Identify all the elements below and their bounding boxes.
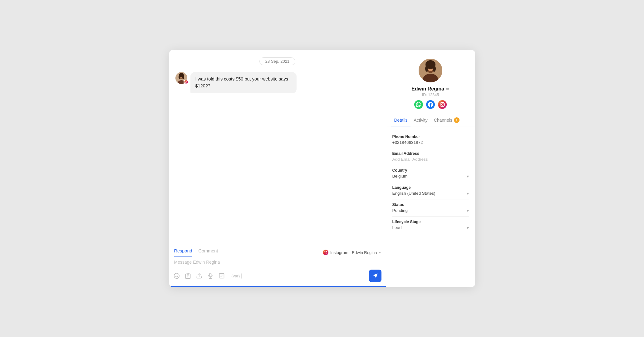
composer-toolbar: {var} [169, 268, 386, 286]
tab-channels[interactable]: Channels 1 [431, 115, 463, 126]
field-status: Status Pending ▾ [392, 199, 469, 217]
send-button[interactable] [369, 270, 381, 282]
instagram-channel-icon [323, 250, 328, 255]
tab-comment[interactable]: Comment [199, 248, 218, 256]
lifecycle-value: Lead [392, 225, 402, 230]
facebook-icon[interactable] [426, 100, 435, 109]
variable-icon[interactable]: {var} [230, 273, 242, 279]
email-value[interactable]: Add Email Address [392, 157, 469, 162]
date-badge: 28 Sep, 2021 [259, 57, 295, 65]
contact-avatar-small [175, 72, 187, 84]
composer-bottom-bar [169, 286, 386, 287]
microphone-icon[interactable] [207, 273, 214, 279]
note-icon[interactable] [219, 273, 225, 279]
svg-rect-16 [187, 273, 189, 274]
chat-composer: Respond Comment Instagram - Edwin Regina… [169, 245, 386, 287]
svg-rect-33 [440, 102, 444, 106]
language-chevron-icon: ▾ [467, 191, 469, 196]
contact-header: Edwin Regina ✏ ID: 12345 [386, 50, 475, 115]
country-chevron-icon: ▾ [467, 174, 469, 179]
field-country: Country Belgium ▾ [392, 165, 469, 182]
svg-point-12 [326, 252, 327, 252]
svg-marker-25 [373, 274, 377, 278]
instagram-contact-icon[interactable] [438, 100, 447, 109]
svg-point-32 [433, 66, 436, 72]
field-phone: Phone Number +321846631872 [392, 131, 469, 148]
field-lifecycle: Lifecycle Stage Lead ▾ [392, 217, 469, 233]
svg-point-13 [174, 273, 179, 279]
contact-panel: Edwin Regina ✏ ID: 12345 [386, 50, 475, 287]
status-select[interactable]: Pending ▾ [392, 208, 469, 213]
phone-label: Phone Number [392, 134, 469, 139]
contact-name: Edwin Regina [411, 86, 444, 92]
instagram-badge [184, 80, 189, 85]
tab-details[interactable]: Details [391, 115, 411, 126]
status-label: Status [392, 203, 469, 207]
lifecycle-label: Lifecycle Stage [392, 220, 469, 224]
svg-point-5 [179, 75, 180, 79]
contact-details: Phone Number +321846631872 Email Address… [386, 126, 475, 238]
country-label: Country [392, 168, 469, 173]
status-chevron-icon: ▾ [467, 208, 469, 213]
language-value: English (United States) [392, 191, 435, 196]
composer-tabs: Respond Comment Instagram - Edwin Regina… [169, 245, 386, 256]
svg-point-8 [185, 82, 186, 83]
tab-activity[interactable]: Activity [410, 115, 430, 126]
upload-icon[interactable] [196, 273, 202, 279]
country-select[interactable]: Belgium ▾ [392, 174, 469, 179]
language-label: Language [392, 185, 469, 190]
email-label: Email Address [392, 151, 469, 156]
contact-social-icons [414, 100, 447, 109]
chat-panel: 28 Sep, 2021 [169, 50, 386, 287]
svg-point-9 [186, 81, 187, 81]
channels-badge: 1 [454, 117, 460, 123]
svg-point-35 [443, 103, 444, 104]
message-row: I was told this costs $50 but your websi… [175, 72, 380, 93]
lifecycle-chevron-icon: ▾ [467, 225, 469, 230]
svg-point-34 [441, 104, 443, 105]
clipboard-icon[interactable] [185, 273, 191, 279]
tab-respond[interactable]: Respond [174, 248, 192, 256]
toolbar-icons: {var} [174, 273, 242, 279]
contact-avatar-large [419, 59, 442, 82]
status-value: Pending [392, 208, 408, 213]
field-language: Language English (United States) ▾ [392, 182, 469, 199]
phone-value[interactable]: +321846631872 [392, 140, 469, 145]
svg-point-6 [182, 75, 184, 79]
whatsapp-icon[interactable] [414, 100, 423, 109]
lifecycle-select[interactable]: Lead ▾ [392, 225, 469, 230]
edit-icon[interactable]: ✏ [446, 87, 450, 91]
svg-point-31 [425, 66, 428, 72]
message-bubble: I was told this costs $50 but your websi… [190, 72, 297, 93]
field-email: Email Address Add Email Address [392, 148, 469, 165]
svg-point-11 [325, 252, 326, 253]
country-value: Belgium [392, 174, 408, 178]
language-select[interactable]: English (United States) ▾ [392, 191, 469, 196]
chat-messages: 28 Sep, 2021 [169, 50, 386, 245]
channel-selector[interactable]: Instagram - Edwin Regina ▾ [323, 250, 381, 255]
svg-rect-18 [209, 273, 211, 276]
channel-chevron-icon: ▾ [379, 250, 381, 255]
composer-tab-group: Respond Comment [174, 248, 218, 256]
contact-name-row: Edwin Regina ✏ [411, 86, 450, 92]
contact-id: ID: 12345 [422, 93, 439, 97]
composer-input-placeholder[interactable]: Message Edwin Regina [169, 256, 386, 268]
channel-label: Instagram - Edwin Regina [330, 250, 377, 255]
emoji-icon[interactable] [174, 273, 180, 279]
contact-tabs: Details Activity Channels 1 [386, 115, 475, 126]
main-container: 28 Sep, 2021 [169, 50, 475, 287]
